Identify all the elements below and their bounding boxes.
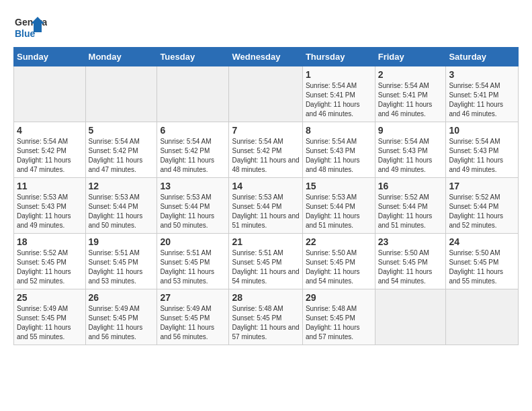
day-detail: Sunrise: 5:54 AMSunset: 5:41 PMDaylight:… — [378, 81, 443, 119]
day-detail: Sunrise: 5:53 AMSunset: 5:44 PMDaylight:… — [306, 193, 372, 230]
day-number: 8 — [306, 125, 372, 136]
day-detail: Sunrise: 5:54 AMSunset: 5:43 PMDaylight:… — [306, 137, 372, 175]
day-detail: Sunrise: 5:52 AMSunset: 5:45 PMDaylight:… — [17, 248, 83, 286]
day-detail: Sunrise: 5:48 AMSunset: 5:45 PMDaylight:… — [306, 304, 372, 342]
day-number: 18 — [17, 236, 83, 247]
calendar-cell: 12Sunrise: 5:53 AMSunset: 5:44 PMDayligh… — [85, 178, 157, 234]
day-detail: Sunrise: 5:50 AMSunset: 5:45 PMDaylight:… — [306, 248, 372, 286]
day-number: 25 — [17, 292, 83, 303]
day-number: 16 — [378, 181, 443, 191]
calendar-cell: 9Sunrise: 5:54 AMSunset: 5:43 PMDaylight… — [375, 122, 446, 178]
weekday-header-saturday: Saturday — [446, 48, 519, 66]
logo: GeneralBlue — [13, 13, 47, 40]
calendar-cell: 28Sunrise: 5:48 AMSunset: 5:45 PMDayligh… — [229, 289, 302, 345]
day-number: 26 — [89, 292, 154, 303]
day-detail: Sunrise: 5:50 AMSunset: 5:45 PMDaylight:… — [449, 248, 515, 286]
calendar-cell: 27Sunrise: 5:49 AMSunset: 5:45 PMDayligh… — [157, 289, 229, 345]
day-number: 17 — [449, 181, 515, 191]
calendar-week-4: 18Sunrise: 5:52 AMSunset: 5:45 PMDayligh… — [14, 234, 519, 289]
calendar-cell — [157, 66, 229, 122]
day-number: 3 — [449, 69, 515, 80]
weekday-header-sunday: Sunday — [14, 48, 86, 66]
day-detail: Sunrise: 5:54 AMSunset: 5:41 PMDaylight:… — [449, 81, 515, 119]
day-detail: Sunrise: 5:54 AMSunset: 5:42 PMDaylight:… — [232, 137, 299, 175]
calendar-cell: 20Sunrise: 5:51 AMSunset: 5:45 PMDayligh… — [157, 234, 229, 289]
day-detail: Sunrise: 5:53 AMSunset: 5:44 PMDaylight:… — [160, 193, 226, 230]
weekday-header-tuesday: Tuesday — [157, 48, 229, 66]
calendar-week-2: 4Sunrise: 5:54 AMSunset: 5:42 PMDaylight… — [14, 122, 519, 178]
day-detail: Sunrise: 5:51 AMSunset: 5:45 PMDaylight:… — [232, 248, 299, 286]
weekday-header-thursday: Thursday — [302, 48, 375, 66]
day-detail: Sunrise: 5:48 AMSunset: 5:45 PMDaylight:… — [232, 304, 299, 342]
day-detail: Sunrise: 5:49 AMSunset: 5:45 PMDaylight:… — [89, 304, 154, 342]
day-number: 23 — [378, 236, 443, 247]
day-number: 24 — [449, 236, 515, 247]
calendar-cell: 3Sunrise: 5:54 AMSunset: 5:41 PMDaylight… — [446, 66, 519, 122]
svg-text:Blue: Blue — [15, 28, 36, 39]
calendar-cell — [446, 289, 519, 345]
day-number: 12 — [89, 181, 154, 191]
day-detail: Sunrise: 5:53 AMSunset: 5:43 PMDaylight:… — [17, 193, 83, 230]
day-number: 9 — [378, 125, 443, 136]
day-number: 10 — [449, 125, 515, 136]
calendar-cell: 29Sunrise: 5:48 AMSunset: 5:45 PMDayligh… — [302, 289, 375, 345]
calendar-cell: 4Sunrise: 5:54 AMSunset: 5:42 PMDaylight… — [14, 122, 86, 178]
calendar-cell: 18Sunrise: 5:52 AMSunset: 5:45 PMDayligh… — [14, 234, 86, 289]
calendar-cell — [85, 66, 157, 122]
page-header: GeneralBlue — [13, 13, 519, 40]
day-number: 28 — [232, 292, 299, 303]
calendar-cell: 11Sunrise: 5:53 AMSunset: 5:43 PMDayligh… — [14, 178, 86, 234]
weekday-header-monday: Monday — [85, 48, 157, 66]
weekday-header-wednesday: Wednesday — [229, 48, 302, 66]
day-detail: Sunrise: 5:53 AMSunset: 5:44 PMDaylight:… — [232, 193, 299, 230]
calendar-cell: 6Sunrise: 5:54 AMSunset: 5:42 PMDaylight… — [157, 122, 229, 178]
calendar-cell — [229, 66, 302, 122]
calendar-cell: 10Sunrise: 5:54 AMSunset: 5:43 PMDayligh… — [446, 122, 519, 178]
day-detail: Sunrise: 5:50 AMSunset: 5:45 PMDaylight:… — [378, 248, 443, 286]
calendar-cell: 19Sunrise: 5:51 AMSunset: 5:45 PMDayligh… — [85, 234, 157, 289]
calendar-cell: 14Sunrise: 5:53 AMSunset: 5:44 PMDayligh… — [229, 178, 302, 234]
day-number: 15 — [306, 181, 372, 191]
day-number: 27 — [160, 292, 226, 303]
day-number: 19 — [89, 236, 154, 247]
day-number: 7 — [232, 125, 299, 136]
calendar-cell: 7Sunrise: 5:54 AMSunset: 5:42 PMDaylight… — [229, 122, 302, 178]
day-detail: Sunrise: 5:54 AMSunset: 5:42 PMDaylight:… — [160, 137, 226, 175]
calendar-cell: 17Sunrise: 5:52 AMSunset: 5:44 PMDayligh… — [446, 178, 519, 234]
day-detail: Sunrise: 5:54 AMSunset: 5:42 PMDaylight:… — [17, 137, 83, 175]
calendar-cell: 15Sunrise: 5:53 AMSunset: 5:44 PMDayligh… — [302, 178, 375, 234]
day-detail: Sunrise: 5:49 AMSunset: 5:45 PMDaylight:… — [160, 304, 226, 342]
day-detail: Sunrise: 5:52 AMSunset: 5:44 PMDaylight:… — [449, 193, 515, 230]
day-detail: Sunrise: 5:54 AMSunset: 5:43 PMDaylight:… — [449, 137, 515, 175]
calendar-cell: 1Sunrise: 5:54 AMSunset: 5:41 PMDaylight… — [302, 66, 375, 122]
logo-svg: GeneralBlue — [13, 13, 47, 40]
day-number: 5 — [89, 125, 154, 136]
calendar-week-3: 11Sunrise: 5:53 AMSunset: 5:43 PMDayligh… — [14, 178, 519, 234]
calendar-week-5: 25Sunrise: 5:49 AMSunset: 5:45 PMDayligh… — [14, 289, 519, 345]
day-number: 29 — [306, 292, 372, 303]
day-detail: Sunrise: 5:54 AMSunset: 5:43 PMDaylight:… — [378, 137, 443, 175]
weekday-header-friday: Friday — [375, 48, 446, 66]
day-number: 21 — [232, 236, 299, 247]
calendar-table: SundayMondayTuesdayWednesdayThursdayFrid… — [13, 47, 519, 345]
day-detail: Sunrise: 5:54 AMSunset: 5:42 PMDaylight:… — [89, 137, 154, 175]
day-detail: Sunrise: 5:53 AMSunset: 5:44 PMDaylight:… — [89, 193, 154, 230]
day-detail: Sunrise: 5:51 AMSunset: 5:45 PMDaylight:… — [89, 248, 154, 286]
day-number: 14 — [232, 181, 299, 191]
calendar-cell: 22Sunrise: 5:50 AMSunset: 5:45 PMDayligh… — [302, 234, 375, 289]
calendar-cell: 16Sunrise: 5:52 AMSunset: 5:44 PMDayligh… — [375, 178, 446, 234]
day-number: 22 — [306, 236, 372, 247]
calendar-cell — [14, 66, 86, 122]
calendar-cell: 24Sunrise: 5:50 AMSunset: 5:45 PMDayligh… — [446, 234, 519, 289]
day-number: 13 — [160, 181, 226, 191]
day-number: 20 — [160, 236, 226, 247]
calendar-cell: 5Sunrise: 5:54 AMSunset: 5:42 PMDaylight… — [85, 122, 157, 178]
calendar-cell: 26Sunrise: 5:49 AMSunset: 5:45 PMDayligh… — [85, 289, 157, 345]
day-number: 2 — [378, 69, 443, 80]
calendar-cell: 13Sunrise: 5:53 AMSunset: 5:44 PMDayligh… — [157, 178, 229, 234]
day-detail: Sunrise: 5:51 AMSunset: 5:45 PMDaylight:… — [160, 248, 226, 286]
calendar-week-1: 1Sunrise: 5:54 AMSunset: 5:41 PMDaylight… — [14, 66, 519, 122]
day-detail: Sunrise: 5:54 AMSunset: 5:41 PMDaylight:… — [306, 81, 372, 119]
day-number: 1 — [306, 69, 372, 80]
calendar-cell: 23Sunrise: 5:50 AMSunset: 5:45 PMDayligh… — [375, 234, 446, 289]
